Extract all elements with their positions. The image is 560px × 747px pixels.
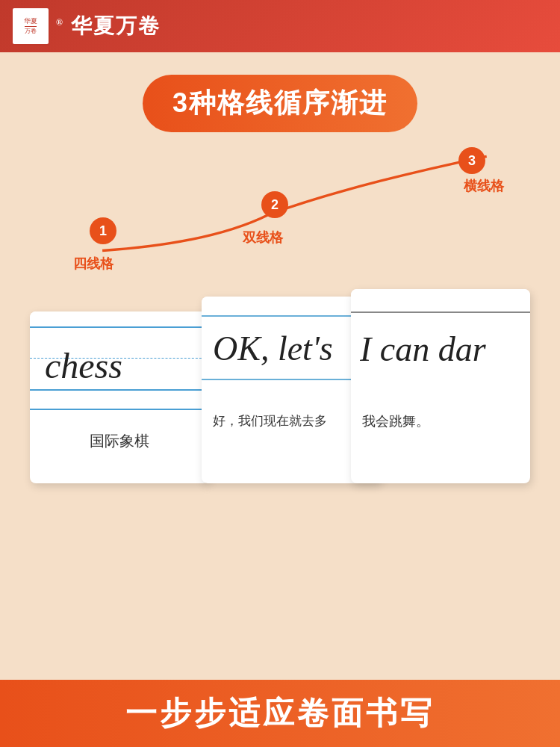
line-3 [30,389,209,391]
bottom-banner: 一步步适应卷面书写 [0,680,560,747]
card-1-translation: 国际象棋 [30,416,209,459]
card-3-translation: 我会跳舞。 [351,401,530,438]
bottom-text: 一步步适应卷面书写 [125,692,435,734]
four-line-area: chess [30,311,209,416]
main-title: 3种格线循序渐进 [172,87,388,118]
cards-area: chess 国际象棋 OK, let's 好，我们现在就去多 I can dar… [22,267,538,498]
header: 华夏 万卷 ® 华夏万卷 [0,0,560,52]
line-1 [30,326,209,328]
card-2-english-text: OK, let's [213,329,333,368]
step-label-2: 双线格 [243,229,283,247]
card-3-english-text: I can dar [360,329,486,369]
logo-top-text: 华夏 [24,18,37,25]
card-four-line: chess 国际象棋 [30,311,209,483]
logo-bottom-text: 万卷 [25,26,37,34]
card-horizontal-line: I can dar 我会跳舞。 [351,289,530,483]
registered-mark: ® [56,17,64,28]
horizontal-line [351,311,530,313]
brand-name: ® 华夏万卷 [56,12,161,40]
step-dot-1: 1 [90,217,116,244]
logo-box: 华夏 万卷 [11,7,50,46]
step-label-3: 横线格 [464,177,504,195]
step-dot-2: 2 [261,191,288,218]
horizontal-line-area: I can dar [351,289,530,401]
title-badge: 3种格线循序渐进 [143,75,417,132]
card-1-english-text: chess [45,345,122,386]
main-content: 3种格线循序渐进 1 四线格 2 双线格 3 横线格 [0,52,560,498]
step-dot-3: 3 [458,147,485,174]
line-4 [30,409,209,410]
step-label-1: 四线格 [73,255,113,273]
